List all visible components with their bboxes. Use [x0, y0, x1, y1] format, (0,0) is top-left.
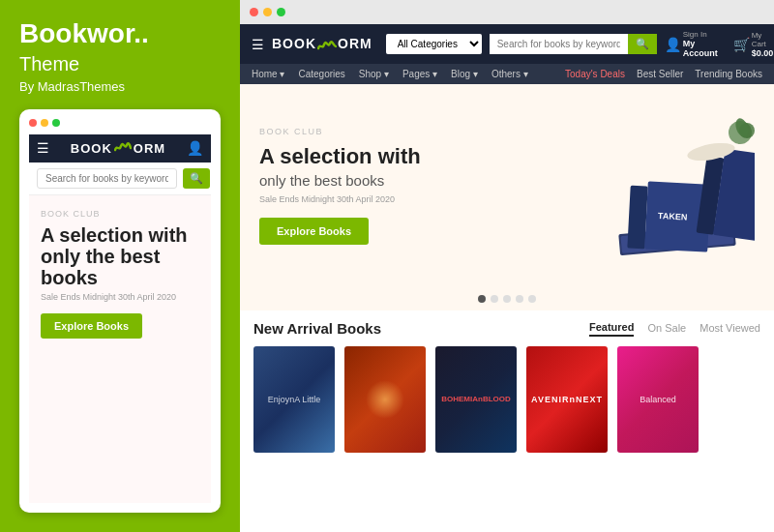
mobile-logo-worm-icon: [114, 140, 132, 157]
browser-dot-yellow: [263, 8, 272, 16]
desktop-logo-book: BOOK: [272, 36, 316, 51]
book-cover-1[interactable]: [253, 346, 335, 453]
left-panel: Bookwor.. Theme By MadrasThemes ☰ BOOK O…: [0, 0, 240, 532]
mobile-hero-title: A selection with only the best books: [41, 224, 199, 288]
hero-explore-button[interactable]: Explore Books: [259, 218, 369, 245]
theme-title: Bookwor..: [19, 19, 221, 49]
hero-title: A selection with: [259, 144, 755, 168]
nav-best-seller[interactable]: Best Seller: [637, 69, 683, 79]
mobile-search-input[interactable]: [37, 168, 177, 189]
nav-blog[interactable]: Blog ▾: [451, 69, 478, 79]
mobile-sale-text: Sale Ends Midnight 30th April 2020: [41, 292, 199, 302]
desktop-account-icon: 👤: [665, 37, 681, 52]
book-card-5: [617, 346, 699, 453]
hero-subtitle: only the best books: [259, 172, 755, 189]
book-grid: [253, 346, 760, 453]
mobile-dot-yellow: [41, 119, 48, 127]
book-card-1: [253, 346, 335, 453]
mobile-dot-red: [29, 119, 37, 127]
desktop-account-text: Sign In My Account: [683, 30, 718, 58]
desktop-hamburger-icon[interactable]: ☰: [252, 37, 264, 52]
mobile-logo: BOOK ORM: [71, 140, 165, 157]
theme-author: By MadrasThemes: [19, 79, 221, 94]
nav-shop[interactable]: Shop ▾: [359, 69, 389, 79]
slider-dot-3[interactable]: [503, 295, 511, 303]
desktop-account[interactable]: 👤 Sign In My Account: [665, 30, 718, 58]
book-card-4: [526, 346, 608, 453]
new-arrivals-header: New Arrival Books Featured On Sale Most …: [253, 320, 760, 337]
browser-dot-red: [250, 8, 258, 16]
mobile-hamburger-icon[interactable]: ☰: [37, 140, 49, 156]
slider-dot-2[interactable]: [491, 295, 498, 303]
slider-dot-5[interactable]: [528, 295, 536, 303]
desktop-search-wrapper: 🔍: [490, 34, 657, 54]
desktop-cart[interactable]: 🛒 My Cart $0.00: [733, 31, 774, 58]
book-cover-2[interactable]: [344, 346, 426, 453]
slider-dot-1[interactable]: [478, 295, 486, 303]
mobile-logo-orm: ORM: [134, 141, 165, 156]
tab-most-viewed[interactable]: Most Viewed: [700, 322, 760, 336]
desktop-logo-orm: ORM: [338, 36, 372, 51]
mobile-traffic-lights: [29, 119, 211, 127]
book-card-2: [344, 346, 426, 453]
book-card-3: [435, 346, 517, 453]
hero-book-club-label: BOOK CLUB: [259, 127, 755, 136]
desktop-site: ☰ BOOK ORM All Categories 🔍 👤: [240, 24, 774, 532]
new-arrivals-section: New Arrival Books Featured On Sale Most …: [240, 310, 774, 532]
theme-subtitle: Theme: [19, 53, 221, 75]
right-panel: ☰ BOOK ORM All Categories 🔍 👤: [240, 0, 774, 532]
desktop-search-input[interactable]: [490, 34, 628, 54]
new-arrivals-title: New Arrival Books: [253, 320, 381, 337]
book-cover-4[interactable]: [526, 346, 608, 453]
mobile-book-club-label: BOOK CLUB: [41, 209, 199, 219]
browser-dot-green: [277, 8, 285, 16]
slider-dot-4[interactable]: [516, 295, 523, 303]
mobile-user-icon[interactable]: 👤: [187, 140, 203, 156]
nav-pages[interactable]: Pages ▾: [402, 69, 437, 79]
mobile-explore-button[interactable]: Explore Books: [41, 313, 142, 339]
mobile-search-bar: 🔍: [29, 163, 211, 195]
category-dropdown[interactable]: All Categories: [386, 34, 482, 54]
nav-categories[interactable]: Categories: [298, 69, 344, 79]
desktop-logo: BOOK ORM: [272, 36, 372, 51]
desktop-cart-text: My Cart $0.00: [752, 31, 774, 58]
desktop-logo-worm-icon: [317, 36, 337, 51]
mobile-mockup: ☰ BOOK ORM 👤 🔍 BOOK CLUB A selection wit…: [19, 109, 221, 513]
browser-chrome: [240, 0, 774, 24]
book-cover-3[interactable]: [435, 346, 517, 453]
nav-right-links: Today's Deals Best Seller Trending Books: [565, 69, 762, 79]
hero-sale-text: Sale Ends Midnight 30th April 2020: [259, 194, 755, 204]
mobile-dot-green: [52, 119, 60, 127]
nav-trending-books[interactable]: Trending Books: [695, 69, 762, 79]
arrivals-tabs: Featured On Sale Most Viewed: [589, 321, 760, 337]
hero-content: BOOK CLUB A selection with only the best…: [259, 127, 755, 245]
nav-others[interactable]: Others ▾: [491, 69, 528, 79]
desktop-cart-icon: 🛒: [733, 37, 750, 52]
desktop-hero: BOOK CLUB A selection with only the best…: [240, 84, 774, 287]
mobile-logo-text: BOOK: [71, 141, 112, 156]
book-cover-5[interactable]: [617, 346, 699, 453]
desktop-search-button[interactable]: 🔍: [628, 34, 657, 54]
desktop-nav-menu: Home ▾ Categories Shop ▾ Pages ▾ Blog ▾ …: [240, 64, 774, 84]
mobile-header: ☰ BOOK ORM 👤: [29, 134, 211, 163]
desktop-nav-top: ☰ BOOK ORM All Categories 🔍 👤: [240, 24, 774, 64]
nav-todays-deals[interactable]: Today's Deals: [565, 69, 625, 79]
tab-featured[interactable]: Featured: [589, 321, 634, 337]
mobile-search-button[interactable]: 🔍: [183, 168, 210, 189]
nav-home[interactable]: Home ▾: [252, 69, 284, 79]
tab-on-sale[interactable]: On Sale: [647, 322, 686, 336]
hero-slider-dots: [240, 287, 774, 310]
mobile-hero: BOOK CLUB A selection with only the best…: [29, 195, 211, 503]
